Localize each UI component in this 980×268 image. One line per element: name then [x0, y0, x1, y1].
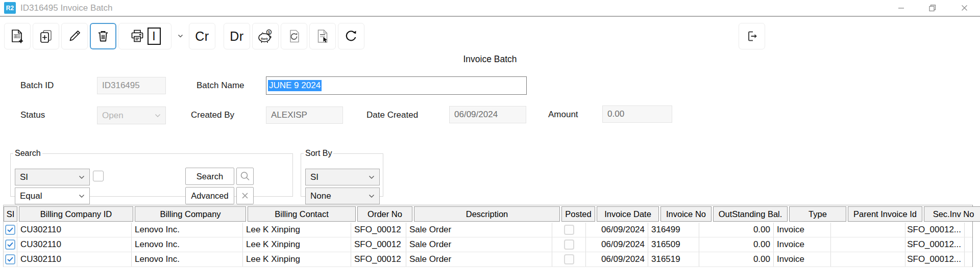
column-header-billing_contact[interactable]: Billing Contact	[248, 206, 356, 222]
column-header-type[interactable]: Type	[789, 206, 846, 222]
checkmark-icon	[7, 227, 13, 232]
column-header-billing_company_id[interactable]: Billing Company ID	[19, 206, 133, 222]
column-header-billing_company[interactable]: Billing Company	[135, 206, 246, 222]
cell-description: Sale Order	[406, 237, 552, 252]
refresh-button[interactable]	[338, 23, 364, 49]
select-document-icon	[315, 29, 330, 44]
status-label: Status	[20, 106, 45, 124]
posted-checkbox[interactable]	[564, 239, 574, 250]
batch-name-selected-text: JUNE 9 2024	[268, 80, 322, 91]
row-select-checkbox[interactable]	[5, 239, 15, 250]
window-title: ID316495 Invoice Batch	[20, 3, 113, 13]
batch-id-label: Batch ID	[20, 77, 54, 94]
delete-trash-icon	[96, 29, 110, 43]
date-created-field: 06/09/2024	[449, 106, 526, 123]
cell-billing_company: Lenovo Inc.	[132, 223, 243, 237]
sort-field-dropdown[interactable]: SI	[305, 169, 380, 185]
column-header-outstanding_bal[interactable]: OutStanding Bal.	[713, 206, 788, 222]
magnifier-icon	[239, 171, 251, 182]
search-filter-checkbox[interactable]	[93, 171, 104, 181]
status-dropdown[interactable]: Open	[97, 106, 166, 124]
date-created-label: Date Created	[366, 106, 418, 124]
chevron-down-icon	[79, 175, 85, 179]
column-header-posted[interactable]: Posted	[561, 206, 595, 222]
posted-checkbox[interactable]	[564, 254, 574, 264]
print-menu-button[interactable]	[174, 23, 187, 49]
debit-button[interactable]: Dr	[224, 23, 250, 49]
print-invoice-button[interactable]: I	[118, 23, 172, 49]
table-row[interactable]: CU302110Lenovo Inc.Lee K XinpingSFO_0001…	[4, 223, 972, 237]
svg-text:$: $	[268, 30, 271, 35]
minimize-button[interactable]	[885, 0, 917, 16]
printer-icon	[130, 29, 145, 44]
cell-description: Sale Order	[406, 252, 552, 266]
magnifier-button[interactable]	[236, 168, 254, 185]
cell-order_no: SFO_00012	[351, 223, 406, 237]
advanced-button-label: Advanced	[191, 191, 228, 201]
bank-button[interactable]: $Bank	[252, 23, 279, 49]
cell-billing_company_id: CU302110	[17, 252, 132, 266]
sort-direction-dropdown[interactable]: None	[305, 187, 380, 204]
copy-icon	[38, 29, 54, 44]
cell-invoice_no: 316509	[648, 237, 699, 252]
cell-invoice_no: 316519	[648, 252, 699, 266]
edit-button[interactable]	[61, 23, 88, 49]
column-header-invoice_no[interactable]: Invoice No	[660, 206, 712, 222]
cell-billing_company_id: CU302110	[17, 237, 132, 252]
cell-order_no: SFO_00012	[351, 252, 406, 266]
credit-button[interactable]: Cr	[189, 23, 215, 49]
cell-parent_invoice_id	[831, 252, 905, 266]
cell-invoice_no: 316499	[648, 223, 699, 237]
piggy-bank-icon: $Bank	[257, 28, 274, 44]
invoice-batch-window: R2 ID316495 Invoice Batch	[0, 0, 980, 268]
search-operator-value: Equal	[20, 191, 42, 201]
new-invoice-button[interactable]	[4, 23, 31, 49]
select-invoice-button[interactable]	[309, 23, 336, 49]
table-row[interactable]: CU302110Lenovo Inc.Lee K XinpingSFO_0001…	[4, 237, 972, 252]
cell-outstanding_bal: 0.00	[699, 223, 774, 237]
cell-type: Invoice	[774, 252, 831, 266]
column-header-si[interactable]: SI	[4, 206, 17, 222]
amount-label: Amount	[548, 106, 578, 123]
cell-posted	[552, 223, 586, 237]
cell-billing_company: Lenovo Inc.	[132, 237, 243, 252]
search-groupbox: Search SI Equal Search Advanced	[10, 149, 293, 197]
cell-invoice_date: 06/09/2024	[586, 237, 648, 252]
posted-checkbox[interactable]	[564, 225, 574, 235]
search-field-dropdown[interactable]: SI	[15, 169, 90, 185]
row-select-checkbox[interactable]	[5, 254, 15, 264]
chevron-down-icon	[369, 175, 375, 179]
cell-sec_inv_no: SFO_00012...	[905, 223, 965, 237]
history-button[interactable]	[281, 23, 307, 49]
titlebar: R2 ID316495 Invoice Batch	[0, 0, 980, 17]
clear-x-icon	[241, 192, 249, 200]
column-header-description[interactable]: Description	[414, 206, 560, 222]
search-operator-dropdown[interactable]: Equal	[15, 187, 90, 204]
status-value: Open	[102, 111, 124, 121]
column-header-sec_inv_no[interactable]: Sec.Inv No	[924, 206, 980, 222]
exit-button[interactable]	[739, 23, 765, 49]
search-field-value: SI	[20, 172, 28, 182]
column-header-order_no[interactable]: Order No	[357, 206, 412, 222]
clear-button[interactable]	[236, 187, 254, 204]
column-header-parent_invoice_id[interactable]: Parent Invoice Id	[848, 206, 922, 222]
column-header-invoice_date[interactable]: Invoice Date	[597, 206, 659, 222]
search-button[interactable]: Search	[185, 168, 234, 185]
cell-invoice_date: 06/09/2024	[586, 223, 648, 237]
invoice-letter-badge: I	[148, 28, 161, 45]
delete-button[interactable]	[90, 23, 116, 49]
copy-button[interactable]	[33, 23, 59, 49]
search-groupbox-title: Search	[13, 149, 42, 158]
checkmark-icon	[7, 257, 13, 262]
minimize-icon	[897, 4, 905, 12]
sortby-groupbox-title: Sort By	[304, 149, 333, 158]
close-button[interactable]	[948, 0, 980, 16]
advanced-button[interactable]: Advanced	[185, 187, 234, 204]
restore-button[interactable]	[917, 0, 948, 16]
table-row[interactable]: CU302110Lenovo Inc.Lee K XinpingSFO_0001…	[4, 252, 972, 267]
batch-name-input[interactable]: JUNE 9 2024	[266, 76, 527, 95]
page-title: Invoice Batch	[0, 54, 980, 65]
row-select-checkbox[interactable]	[5, 225, 15, 235]
sort-direction-value: None	[310, 191, 331, 201]
cell-si	[4, 237, 17, 252]
